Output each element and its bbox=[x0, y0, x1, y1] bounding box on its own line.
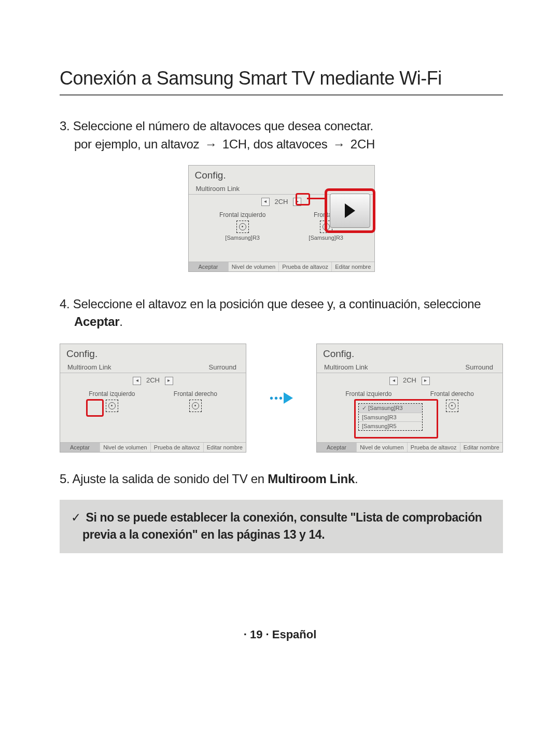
step-4-accept: Aceptar bbox=[74, 314, 119, 328]
multiroom-link-label: Multiroom Link bbox=[324, 363, 368, 371]
step-4-text: Seleccione el altavoz en la posición que… bbox=[73, 297, 481, 311]
footer-prueba[interactable]: Prueba de altavoz bbox=[151, 443, 204, 452]
speaker-right-model: [Samsung]R3 bbox=[309, 235, 343, 241]
footer-aceptar[interactable]: Aceptar bbox=[317, 443, 357, 452]
footer-aceptar[interactable]: Aceptar bbox=[189, 262, 229, 271]
speaker-left-label: Frontal izquierdo bbox=[219, 211, 265, 218]
step-5-dot: . bbox=[355, 472, 358, 486]
config-screenshot-1: Config. Multiroom Link ◂ 2CH ▸ Frontal i… bbox=[188, 165, 375, 272]
step-4-dot: . bbox=[119, 314, 122, 328]
config-title: Config. bbox=[317, 344, 502, 362]
speaker-icon[interactable] bbox=[236, 221, 249, 233]
footer-editar[interactable]: Editar nombre bbox=[204, 443, 246, 452]
progress-arrow: ••• bbox=[266, 392, 297, 404]
step-4-number: 4. bbox=[60, 297, 69, 311]
page-title: Conexión a Samsung Smart TV mediante Wi-… bbox=[60, 67, 503, 95]
highlight-speaker-left bbox=[86, 399, 104, 417]
ch-left-button[interactable]: ◂ bbox=[261, 198, 270, 206]
play-icon bbox=[345, 203, 355, 218]
note-text: Si no se puede establecer la conexión, c… bbox=[82, 511, 482, 541]
page-footer: · 19 · Español bbox=[0, 628, 560, 641]
step-3-ch2: 2CH bbox=[351, 137, 375, 151]
arrow-icon: → bbox=[205, 137, 217, 151]
speaker-left-model: [Samsung]R3 bbox=[219, 235, 265, 241]
footer-nivel[interactable]: Nivel de volumen bbox=[100, 443, 151, 452]
step-5-text: Ajuste la salida de sonido del TV en bbox=[72, 472, 264, 486]
footer-editar[interactable]: Editar nombre bbox=[332, 262, 374, 271]
config-title: Config. bbox=[189, 166, 374, 184]
check-icon: ✓ bbox=[71, 511, 81, 524]
footer-aceptar[interactable]: Aceptar bbox=[60, 443, 100, 452]
config-footer-bar: Aceptar Nivel de volumen Prueba de altav… bbox=[60, 442, 246, 452]
step-3-number: 3. bbox=[60, 119, 69, 133]
speaker-right-label: Frontal derecho bbox=[174, 390, 217, 398]
step-5-number: 5. bbox=[60, 472, 69, 486]
ch-value: 2CH bbox=[146, 376, 160, 384]
step-3: 3. Seleccione el número de altavoces que… bbox=[60, 117, 503, 154]
footer-editar[interactable]: Editar nombre bbox=[460, 443, 502, 452]
highlight-dropdown bbox=[354, 399, 438, 439]
step-5: 5. Ajuste la salida de sonido del TV en … bbox=[60, 470, 503, 488]
surround-label: Surround bbox=[209, 363, 236, 371]
ch-value: 2CH bbox=[274, 198, 288, 206]
config-footer-bar: Aceptar Nivel de volumen Prueba de altav… bbox=[317, 442, 502, 452]
footer-prueba[interactable]: Prueba de altavoz bbox=[408, 443, 460, 452]
step-5-multiroom: Multiroom Link bbox=[268, 472, 355, 486]
highlight-connector bbox=[307, 198, 326, 199]
ch-left-button[interactable]: ◂ bbox=[133, 377, 141, 385]
step-4: 4. Seleccione el altavoz en la posición … bbox=[60, 295, 503, 332]
multiroom-link-label: Multiroom Link bbox=[196, 185, 240, 193]
multiroom-link-label: Multiroom Link bbox=[67, 363, 111, 371]
step-3-lead: Seleccione el número de altavoces que de… bbox=[73, 119, 373, 133]
surround-label: Surround bbox=[466, 363, 493, 371]
speaker-icon[interactable] bbox=[106, 400, 118, 412]
step-3-ch1: 1CH, dos altavoces bbox=[222, 137, 328, 151]
ch-left-button[interactable]: ◂ bbox=[389, 377, 398, 385]
speaker-left-label: Frontal izquierdo bbox=[89, 390, 135, 398]
speaker-icon[interactable] bbox=[446, 400, 458, 412]
speaker-icon[interactable] bbox=[189, 400, 202, 412]
speaker-right-label: Frontal derecho bbox=[430, 390, 474, 398]
highlight-play-button bbox=[325, 188, 375, 233]
arrow-icon: → bbox=[333, 137, 345, 151]
config-screenshot-2b: Config. Multiroom Link Surround ◂ 2CH ▸ … bbox=[316, 344, 503, 453]
play-button[interactable] bbox=[330, 194, 370, 228]
footer-nivel[interactable]: Nivel de volumen bbox=[229, 262, 279, 271]
ch-right-button[interactable]: ▸ bbox=[422, 377, 430, 385]
ch-right-button[interactable]: ▸ bbox=[165, 377, 173, 385]
footer-prueba[interactable]: Prueba de altavoz bbox=[279, 262, 332, 271]
chevron-right-icon bbox=[284, 392, 293, 404]
highlight-small bbox=[296, 193, 310, 206]
ch-value: 2CH bbox=[403, 376, 416, 384]
config-title: Config. bbox=[60, 344, 246, 362]
footer-nivel[interactable]: Nivel de volumen bbox=[357, 443, 408, 452]
config-screenshot-2a: Config. Multiroom Link Surround ◂ 2CH ▸ … bbox=[60, 344, 246, 453]
step-3-example-pre: por ejemplo, un altavoz bbox=[74, 137, 199, 151]
speaker-left-label: Frontal izquierdo bbox=[345, 390, 391, 398]
config-footer-bar: Aceptar Nivel de volumen Prueba de altav… bbox=[189, 262, 374, 271]
note-box: ✓ Si no se puede establecer la conexión,… bbox=[60, 500, 503, 553]
